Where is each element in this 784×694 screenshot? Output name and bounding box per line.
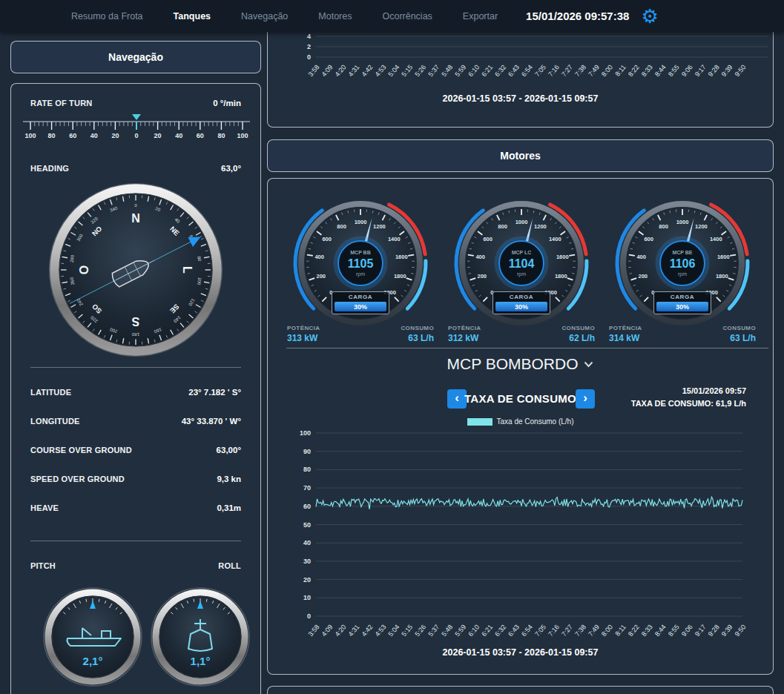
svg-text:800: 800 [498, 223, 507, 230]
svg-text:5:26: 5:26 [413, 63, 427, 78]
sog-label: SPEED OVER GROUND [30, 475, 125, 483]
latitude-row: LATITUDE 23° 7.182 ' S° [30, 388, 241, 397]
cog-label: COURSE OVER GROUND [30, 446, 132, 455]
svg-text:5:04: 5:04 [386, 63, 401, 78]
svg-text:20: 20 [111, 132, 119, 139]
consumption-value: 63 L/h [722, 333, 756, 343]
svg-text:600: 600 [322, 236, 332, 242]
tab-ocorrencias[interactable]: Ocorrências [382, 11, 432, 22]
svg-text:8:22: 8:22 [627, 623, 641, 638]
rate-of-turn-scale: 10080604020020406080100 [20, 112, 253, 140]
svg-text:5:48: 5:48 [440, 63, 454, 78]
svg-text:9:39: 9:39 [720, 623, 734, 638]
heading-value: 63,0° [221, 164, 241, 173]
svg-text:800: 800 [337, 223, 346, 230]
motores-title: Motores [500, 150, 540, 162]
legend-label: Taxa de Consumo (L/h) [497, 417, 574, 426]
engine-gauge-mcp-lc: 0200400600800100012001400160018002000MCP… [444, 194, 599, 346]
legend-swatch [467, 418, 493, 426]
engine-selector-label: MCP BOMBORDO [447, 355, 579, 373]
tanques-chart-caption: 2026-01-15 03:57 - 2026-01-15 09:57 [268, 93, 773, 104]
settings-gear-icon[interactable]: ⚙ [641, 7, 658, 26]
svg-text:3:58: 3:58 [307, 63, 321, 78]
tab-navegacao[interactable]: Navegação [241, 11, 288, 22]
svg-text:9:17: 9:17 [694, 623, 708, 638]
tab-resumo-da-frota[interactable]: Resumo da Frota [71, 11, 143, 22]
engine-load-box: CARGA 30% [493, 291, 550, 314]
svg-text:4:31: 4:31 [347, 623, 361, 638]
svg-text:1400: 1400 [388, 236, 401, 242]
svg-text:30: 30 [303, 558, 311, 565]
consumption-value: 62 L/h [561, 333, 595, 343]
chart-legend: Taxa de Consumo (L/h) [268, 417, 773, 426]
svg-text:8:11: 8:11 [613, 623, 627, 637]
svg-text:8:11: 8:11 [613, 63, 627, 77]
tab-motores[interactable]: Motores [318, 11, 352, 22]
svg-text:1104: 1104 [509, 257, 535, 270]
rate-of-turn-value: 0 °/min [213, 99, 241, 108]
svg-text:rpm: rpm [517, 271, 526, 277]
svg-text:1000: 1000 [355, 219, 367, 225]
svg-text:90: 90 [303, 448, 311, 455]
svg-text:6:32: 6:32 [493, 63, 507, 78]
svg-text:6:54: 6:54 [520, 623, 534, 638]
tab-tanques[interactable]: Tanques [174, 11, 211, 22]
svg-text:5:15: 5:15 [400, 623, 414, 638]
load-label: CARGA [335, 294, 386, 300]
svg-text:800: 800 [659, 223, 668, 230]
next-metric-button[interactable]: › [576, 389, 595, 409]
chart-timestamp: 15/01/2026 09:57 [631, 385, 746, 397]
svg-text:6:10: 6:10 [467, 63, 481, 78]
svg-text:N: N [131, 211, 140, 225]
svg-text:4:42: 4:42 [360, 623, 375, 638]
gauge-footer: POTÊNCIA 312 kW CONSUMO 62 L/h [448, 325, 595, 343]
pitch-gauge-dial [41, 585, 145, 689]
svg-text:rpm: rpm [678, 271, 687, 277]
motores-header-panel: Motores [267, 139, 774, 172]
gauge-footer: POTÊNCIA 313 kW CONSUMO 63 L/h [287, 325, 434, 343]
nav-tabs: Resumo da Frota Tanques Navegação Motore… [0, 11, 498, 22]
power-value: 312 kW [448, 333, 481, 343]
divider [286, 348, 768, 348]
svg-text:8:55: 8:55 [667, 623, 681, 638]
roll-gauge: 1,1° [148, 585, 252, 689]
svg-text:6:21: 6:21 [480, 623, 494, 638]
datetime-display: 15/01/2026 09:57:38 [526, 10, 629, 22]
svg-text:5:15: 5:15 [400, 63, 414, 78]
engine-load-box: CARGA 30% [653, 291, 711, 314]
svg-text:80: 80 [303, 466, 311, 473]
svg-text:200: 200 [316, 273, 326, 280]
chart-info: 15/01/2026 09:57 TAXA DE CONSUMO: 61,9 L… [631, 385, 746, 410]
svg-text:7:16: 7:16 [547, 623, 561, 638]
top-navbar: Resumo da Frota Tanques Navegação Motore… [0, 0, 784, 32]
svg-text:6:10: 6:10 [467, 623, 481, 638]
load-value: 30% [676, 303, 689, 311]
svg-text:1200: 1200 [695, 223, 708, 230]
svg-text:0: 0 [307, 53, 311, 61]
svg-text:7:16: 7:16 [547, 63, 561, 78]
load-label: CARGA [656, 294, 708, 300]
cog-value: 63,00° [217, 446, 241, 455]
svg-text:5:37: 5:37 [426, 63, 441, 78]
svg-text:9:06: 9:06 [680, 623, 694, 638]
svg-text:8:44: 8:44 [653, 623, 668, 638]
svg-text:4:20: 4:20 [334, 63, 348, 78]
svg-text:180: 180 [131, 332, 139, 337]
power-value: 313 kW [287, 333, 320, 343]
next-section-panel [267, 686, 774, 694]
tab-exportar[interactable]: Exportar [463, 11, 498, 22]
longitude-value: 43° 33.870 ' W° [182, 417, 241, 426]
svg-text:4: 4 [307, 33, 311, 40]
rate-of-turn-label: RATE OF TURN [30, 99, 92, 108]
heading-row: HEADING 63,0° [30, 164, 241, 173]
chevron-down-icon [584, 361, 593, 368]
engine-selector-dropdown[interactable]: MCP BOMBORDO [268, 355, 773, 373]
svg-text:8:33: 8:33 [640, 63, 654, 78]
svg-text:4:09: 4:09 [320, 63, 335, 78]
svg-text:1200: 1200 [373, 223, 386, 230]
consumption-chart-caption: 2026-01-15 03:57 - 2026-01-15 09:57 [268, 647, 773, 658]
cog-row: COURSE OVER GROUND 63,00° [30, 446, 241, 455]
engine-gauge-mcp-bb: 0200400600800100012001400160018002000MCP… [283, 194, 438, 346]
gauge-footer: POTÊNCIA 314 kW CONSUMO 63 L/h [609, 325, 756, 343]
load-value: 30% [354, 303, 367, 311]
